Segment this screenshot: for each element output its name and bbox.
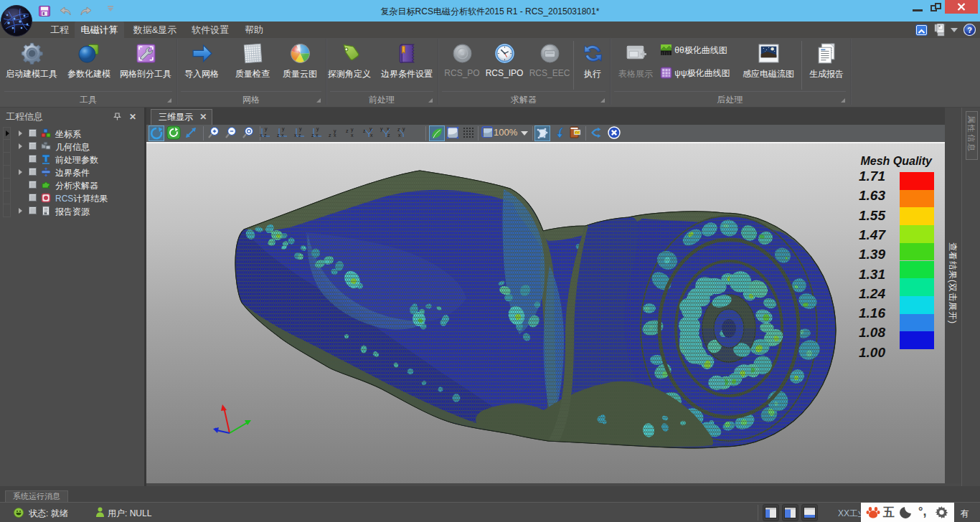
svg-text:x: x: [260, 133, 263, 138]
svg-text:?: ?: [967, 26, 972, 34]
svg-text:x: x: [316, 133, 319, 138]
svg-text:y: y: [351, 127, 354, 133]
svg-text:y: y: [282, 126, 285, 132]
svg-text:y: y: [265, 126, 268, 132]
svg-text:z: z: [387, 133, 390, 138]
svg-text:y: y: [380, 126, 383, 132]
svg-text:y: y: [369, 126, 372, 132]
svg-text:x: x: [334, 133, 336, 138]
svg-text:y: y: [299, 126, 302, 132]
svg-text:z: z: [363, 128, 366, 133]
svg-text:z: z: [264, 133, 267, 138]
svg-text:x: x: [370, 133, 373, 138]
svg-text:z: z: [397, 127, 400, 132]
svg-text:x: x: [281, 133, 284, 138]
svg-text:y: y: [402, 126, 405, 132]
svg-text:z: z: [277, 133, 280, 138]
svg-text:x: x: [294, 133, 297, 138]
svg-text:x: x: [351, 133, 354, 138]
svg-text:z: z: [298, 133, 301, 138]
svg-text:x: x: [398, 133, 401, 138]
svg-text:z: z: [329, 133, 331, 138]
svg-text:y: y: [316, 126, 319, 132]
svg-text:z: z: [346, 128, 349, 133]
svg-text:z: z: [311, 133, 314, 138]
svg-text:x: x: [387, 126, 390, 131]
